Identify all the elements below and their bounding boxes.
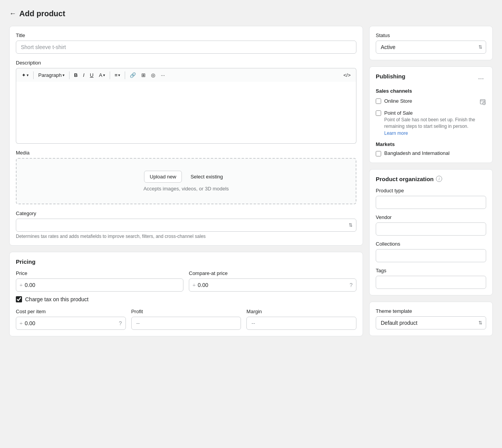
category-select[interactable] [16, 219, 356, 232]
publishing-card: Publishing ··· Sales channels Online Sto… [369, 66, 493, 163]
charge-tax-label[interactable]: Charge tax on this product [25, 296, 88, 302]
more-format-btn[interactable]: ··· [158, 71, 167, 80]
publishing-more-button[interactable]: ··· [476, 74, 486, 83]
category-hint: Determines tax rates and adds metafields… [16, 234, 356, 239]
tags-field: Tags [376, 268, 486, 289]
online-store-checkbox[interactable] [376, 98, 381, 104]
cost-help-icon[interactable]: ? [119, 320, 122, 326]
charge-tax-row: Charge tax on this product [16, 296, 356, 302]
pos-info: Point of Sale Point of Sale has not been… [384, 110, 486, 136]
toolbar-divider-4 [125, 71, 125, 79]
prod-org-header: Product organization i [376, 176, 486, 182]
vendor-label: Vendor [376, 214, 486, 220]
status-select[interactable]: Active Draft Archived [376, 41, 486, 54]
underline-btn[interactable]: U [88, 71, 96, 80]
description-section: Description ✦ ▾ Paragraph ▾ B [16, 60, 356, 144]
media-dropzone[interactable]: Upload new Select existing Accepts image… [16, 158, 356, 204]
status-label: Status [376, 32, 486, 38]
cost-input-wrapper: ÷ ? [16, 317, 126, 330]
italic-btn[interactable]: I [81, 71, 87, 80]
toolbar-divider-3 [110, 71, 110, 79]
online-store-info: Online Store [384, 98, 476, 104]
back-button[interactable]: ← [9, 10, 16, 18]
publishing-header: Publishing ··· [376, 73, 486, 84]
pricing-card: Pricing Price ÷ Compare-at price ÷ [9, 252, 363, 336]
align-btn[interactable]: ≡ ▾ [112, 71, 123, 80]
category-select-wrapper: ⇅ [16, 219, 356, 232]
product-type-input[interactable] [376, 196, 486, 209]
media-section: Media Upload new Select existing Accepts… [16, 150, 356, 204]
toolbar-divider-2 [69, 71, 70, 79]
tags-input[interactable] [376, 276, 486, 289]
market-checkbox[interactable] [376, 151, 381, 156]
calendar-clock-icon [479, 98, 486, 107]
pos-desc: Point of Sale has not been set up. Finis… [384, 117, 486, 130]
description-label: Description [16, 60, 356, 66]
cost-row: Cost per item ÷ ? Profit -- Margin -- [16, 309, 356, 330]
profit-field: Profit -- [131, 309, 241, 330]
select-existing-button[interactable]: Select existing [185, 171, 228, 182]
editor-toolbar: ✦ ▾ Paragraph ▾ B I [16, 68, 356, 82]
status-card: Status Active Draft Archived ⇅ [369, 26, 493, 60]
theme-template-card: Theme template Default product ⇅ [369, 302, 493, 336]
channels-title: Sales channels [376, 88, 486, 94]
charge-tax-checkbox[interactable] [16, 296, 22, 302]
margin-field: Margin -- [246, 309, 356, 330]
right-column: Status Active Draft Archived ⇅ Publishin… [369, 26, 493, 336]
media-label: Media [16, 150, 356, 156]
compare-price-field: Compare-at price ÷ ? [189, 270, 356, 292]
collections-field: Collections [376, 241, 486, 262]
product-org-info-icon[interactable]: i [436, 176, 442, 182]
status-select-wrapper: Active Draft Archived ⇅ [376, 41, 486, 54]
cost-label: Cost per item [16, 309, 126, 314]
compare-price-input-wrapper: ÷ ? [189, 278, 356, 292]
page-header: ← Add product [9, 9, 493, 18]
pos-learn-more-link[interactable]: Learn more [384, 131, 408, 136]
prod-org-title: Product organization [376, 176, 434, 182]
ai-toolbar-btn[interactable]: ✦ ▾ [19, 71, 31, 80]
theme-template-label: Theme template [376, 308, 486, 314]
compare-price-label: Compare-at price [189, 270, 356, 276]
page-title: Add product [19, 9, 65, 18]
toolbar-divider-1 [33, 71, 34, 79]
main-layout: Title Description ✦ ▾ Paragraph ▾ [9, 26, 493, 336]
margin-label: Margin [246, 309, 356, 314]
embed-btn[interactable]: ⊞ [139, 71, 148, 80]
media-buttons: Upload new Select existing [144, 171, 228, 183]
profit-value: -- [131, 317, 241, 330]
online-store-name: Online Store [384, 98, 412, 104]
text-color-btn[interactable]: A ▾ [97, 71, 107, 80]
theme-select[interactable]: Default product [376, 316, 486, 329]
compare-price-input[interactable] [189, 278, 356, 292]
upload-new-button[interactable]: Upload new [144, 171, 182, 183]
pos-name: Point of Sale [384, 110, 413, 116]
margin-value: -- [246, 317, 356, 330]
cost-input[interactable] [16, 317, 126, 330]
title-input[interactable] [16, 41, 356, 54]
left-column: Title Description ✦ ▾ Paragraph ▾ [9, 26, 363, 336]
paragraph-btn[interactable]: Paragraph ▾ [36, 71, 67, 80]
bold-btn[interactable]: B [72, 71, 80, 80]
channel-row-online-store: Online Store [376, 98, 486, 107]
code-btn[interactable]: </> [341, 71, 353, 80]
theme-select-wrapper: Default product ⇅ [376, 316, 486, 329]
compare-price-help-icon[interactable]: ? [349, 282, 353, 288]
product-org-card: Product organization i Product type Vend… [369, 169, 493, 295]
link-btn[interactable]: 🔗 [127, 71, 138, 80]
collections-input[interactable] [376, 249, 486, 262]
title-label: Title [16, 32, 356, 38]
vendor-field: Vendor [376, 214, 486, 236]
description-editor[interactable] [16, 82, 356, 144]
price-label: Price [16, 270, 183, 276]
vendor-input[interactable] [376, 222, 486, 236]
pos-checkbox[interactable] [376, 110, 381, 116]
media-btn[interactable]: ◎ [149, 71, 158, 80]
cost-field: Cost per item ÷ ? [16, 309, 126, 330]
product-type-field: Product type [376, 188, 486, 209]
category-label: Category [16, 210, 356, 216]
market-name: Bangladesh and International [384, 150, 449, 156]
publishing-title: Publishing [376, 73, 405, 80]
market-row: Bangladesh and International [376, 150, 486, 156]
collections-label: Collections [376, 241, 486, 247]
price-input[interactable] [16, 278, 183, 292]
